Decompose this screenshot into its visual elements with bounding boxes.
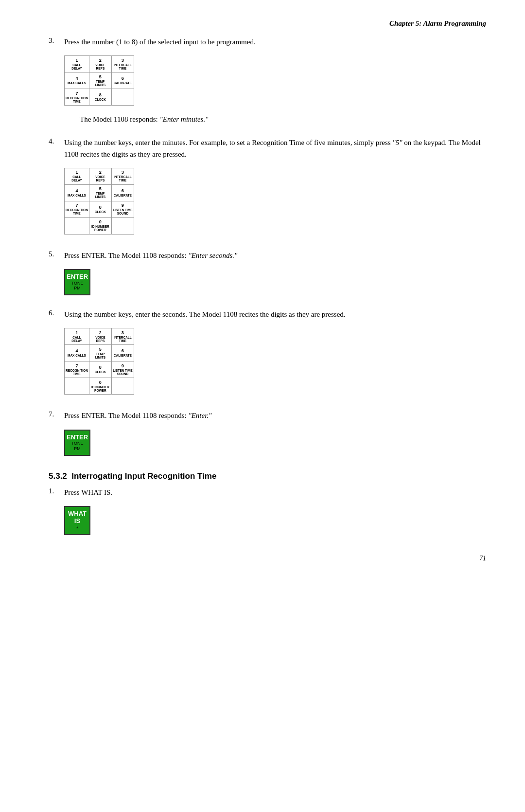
enter-button-2[interactable]: ENTER TONE PM — [64, 430, 90, 456]
step-7: 7. Press ENTER. The Model 1108 responds:… — [49, 410, 486, 460]
key-empty-l — [65, 378, 89, 395]
chapter-header: Chapter 5: Alarm Programming — [49, 19, 486, 28]
step-3-text: Press the number (1 to 8) of the selecte… — [64, 36, 486, 48]
key-1: 1CALLDELAY — [65, 168, 89, 184]
whatis-label-star: * — [65, 525, 89, 532]
key-2: 2VOICEREPS — [89, 168, 111, 184]
page-number: 71 — [49, 555, 486, 562]
step-5: 5. Press ENTER. The Model 1108 responds:… — [49, 250, 486, 300]
step-4-num: 4. — [49, 137, 64, 145]
key-4: 4MAX CALLS — [65, 345, 89, 361]
key-0: 0ID NUMBERPOWER — [89, 378, 111, 395]
step-5-text: Press ENTER. The Model 1108 responds: "E… — [64, 250, 486, 261]
keypad-10key-2: 1CALLDELAY 2VOICEREPS 3INTERCALLTIME 4MA… — [64, 328, 134, 395]
key-3: 3INTERCALLTIME — [111, 56, 134, 72]
keypad-10key-1: 1CALLDELAY 2VOICEREPS 3INTERCALLTIME 4MA… — [64, 168, 134, 235]
step-6: 6. Using the number keys, enter the seco… — [49, 309, 486, 401]
step-3-content: Press the number (1 to 8) of the selecte… — [64, 36, 486, 128]
tone-label: TONE — [65, 281, 89, 286]
enter-label-2: ENTER — [65, 433, 89, 441]
key-1: 1CALLDELAY — [65, 56, 89, 72]
key-empty — [111, 89, 134, 106]
step-3-response: The Model 1108 responds: "Enter minutes.… — [80, 115, 486, 124]
sub-step-1: 1. Press WHAT IS. WHAT IS * — [49, 487, 486, 540]
key-9: 9LISTEN TIMESOUND — [111, 361, 134, 378]
key-8: 8CLOCK — [89, 361, 111, 378]
key-7: 7RECOGNITIONTIME — [65, 201, 89, 217]
step-5-content: Press ENTER. The Model 1108 responds: "E… — [64, 250, 486, 300]
step-3-num: 3. — [49, 36, 64, 45]
step-4-text: Using the number keys, enter the minutes… — [64, 137, 486, 160]
key-3: 3INTERCALLTIME — [111, 328, 134, 345]
whatis-label-is: IS — [65, 517, 89, 525]
key-3: 3INTERCALLTIME — [111, 168, 134, 184]
step-5-num: 5. — [49, 250, 64, 258]
pm-label-2: PM — [65, 446, 89, 451]
key-8: 8CLOCK — [89, 89, 111, 106]
step-3: 3. Press the number (1 to 8) of the sele… — [49, 36, 486, 128]
key-0: 0ID NUMBERPOWER — [89, 217, 111, 234]
key-4: 4MAX CALLS — [65, 72, 89, 89]
step-6-content: Using the number keys, enter the seconds… — [64, 309, 486, 401]
step-4: 4. Using the number keys, enter the minu… — [49, 137, 486, 241]
key-empty-r — [111, 217, 134, 234]
keypad-table: 1CALLDELAY 2VOICEREPS 3INTERCALLTIME 4MA… — [64, 55, 134, 106]
key-empty-r — [111, 378, 134, 395]
enter-label: ENTER — [65, 273, 89, 281]
key-2: 2VOICEREPS — [89, 328, 111, 345]
step-6-num: 6. — [49, 309, 64, 317]
key-7: 7RECOGNITIONTIME — [65, 89, 89, 106]
step-7-text: Press ENTER. The Model 1108 responds: "E… — [64, 410, 486, 421]
key-2: 2VOICEREPS — [89, 56, 111, 72]
step-6-text: Using the number keys, enter the seconds… — [64, 309, 486, 320]
whatis-button[interactable]: WHAT IS * — [64, 506, 90, 535]
key-5: 5TEMP LIMITS — [89, 345, 111, 361]
enter-button-1[interactable]: ENTER TONE PM — [64, 269, 90, 295]
step-7-num: 7. — [49, 410, 64, 418]
key-1: 1CALLDELAY — [65, 328, 89, 345]
sub-step-1-text: Press WHAT IS. — [64, 487, 486, 498]
key-6: 6CALIBRATE — [111, 72, 134, 89]
keypad-table-3: 1CALLDELAY 2VOICEREPS 3INTERCALLTIME 4MA… — [64, 328, 134, 395]
sub-step-1-num: 1. — [49, 487, 64, 495]
key-4: 4MAX CALLS — [65, 184, 89, 201]
key-empty-l — [65, 217, 89, 234]
key-5: 5TEMP LIMITS — [89, 72, 111, 89]
step-4-content: Using the number keys, enter the minutes… — [64, 137, 486, 241]
step-7-content: Press ENTER. The Model 1108 responds: "E… — [64, 410, 486, 460]
key-7: 7RECOGNITIONTIME — [65, 361, 89, 378]
section-532-heading: 5.3.2 Interrogating Input Recognition Ti… — [49, 471, 486, 481]
key-8: 8CLOCK — [89, 201, 111, 217]
key-6: 6CALIBRATE — [111, 184, 134, 201]
sub-step-1-content: Press WHAT IS. WHAT IS * — [64, 487, 486, 540]
keypad-8key-1: 1CALLDELAY 2VOICEREPS 3INTERCALLTIME 4MA… — [64, 55, 134, 106]
key-5: 5TEMP LIMITS — [89, 184, 111, 201]
key-6: 6CALIBRATE — [111, 345, 134, 361]
pm-label: PM — [65, 286, 89, 291]
keypad-table-2: 1CALLDELAY 2VOICEREPS 3INTERCALLTIME 4MA… — [64, 168, 134, 235]
key-9: 9LISTEN TIMESOUND — [111, 201, 134, 217]
tone-label-2: TONE — [65, 441, 89, 446]
whatis-label-what: WHAT — [65, 510, 89, 518]
